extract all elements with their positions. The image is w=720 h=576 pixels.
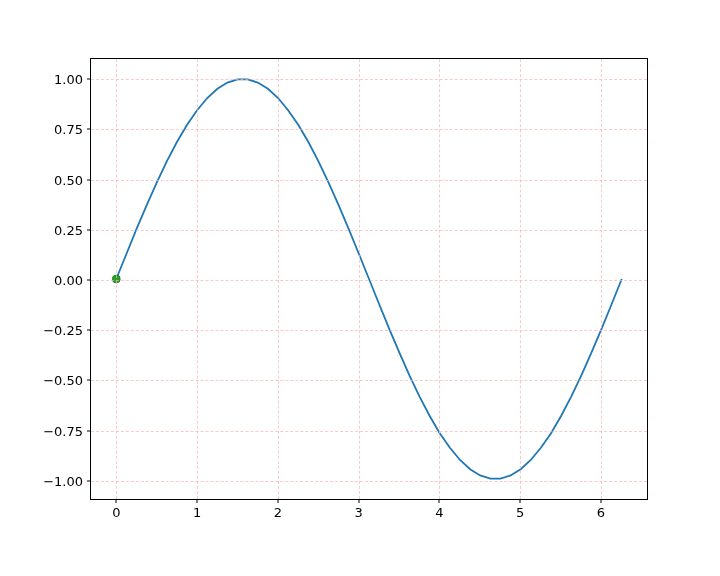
- grid-horizontal: [91, 180, 647, 181]
- ytick-label: 0.00: [54, 273, 83, 288]
- grid-horizontal: [91, 481, 647, 482]
- xtick-mark: [358, 499, 359, 503]
- xtick-label: 5: [516, 505, 524, 520]
- xtick-label: 2: [274, 505, 282, 520]
- ytick-mark: [87, 380, 91, 381]
- ytick-label: 0.75: [54, 122, 83, 137]
- ytick-mark: [87, 229, 91, 230]
- grid-vertical: [359, 59, 360, 499]
- grid-horizontal: [91, 79, 647, 80]
- figure: 0123456−1.00−0.75−0.50−0.250.000.250.500…: [0, 0, 720, 576]
- ytick-mark: [87, 430, 91, 431]
- ytick-mark: [87, 480, 91, 481]
- ytick-mark: [87, 79, 91, 80]
- xtick-mark: [116, 499, 117, 503]
- grid-horizontal: [91, 129, 647, 130]
- xtick-label: 3: [354, 505, 362, 520]
- ytick-mark: [87, 330, 91, 331]
- xtick-mark: [197, 499, 198, 503]
- ytick-label: −1.00: [43, 473, 83, 488]
- grid-horizontal: [91, 431, 647, 432]
- axes: 0123456−1.00−0.75−0.50−0.250.000.250.500…: [90, 58, 648, 500]
- grid-horizontal: [91, 230, 647, 231]
- xtick-mark: [439, 499, 440, 503]
- grid-vertical: [278, 59, 279, 499]
- ytick-label: −0.75: [43, 423, 83, 438]
- ytick-mark: [87, 179, 91, 180]
- ytick-mark: [87, 129, 91, 130]
- series-sin: [116, 79, 621, 478]
- xtick-label: 0: [112, 505, 120, 520]
- grid-horizontal: [91, 280, 647, 281]
- grid-vertical: [116, 59, 117, 499]
- plot-area: [91, 59, 647, 499]
- xtick-label: 1: [193, 505, 201, 520]
- grid-horizontal: [91, 380, 647, 381]
- grid-horizontal: [91, 330, 647, 331]
- grid-vertical: [520, 59, 521, 499]
- xtick-label: 6: [597, 505, 605, 520]
- xtick-mark: [520, 499, 521, 503]
- grid-vertical: [601, 59, 602, 499]
- xtick-mark: [600, 499, 601, 503]
- ytick-mark: [87, 280, 91, 281]
- xtick-label: 4: [435, 505, 443, 520]
- ytick-label: 0.50: [54, 172, 83, 187]
- ytick-label: 0.25: [54, 222, 83, 237]
- ytick-label: 1.00: [54, 72, 83, 87]
- ytick-label: −0.25: [43, 323, 83, 338]
- ytick-label: −0.50: [43, 373, 83, 388]
- xtick-mark: [277, 499, 278, 503]
- grid-vertical: [439, 59, 440, 499]
- grid-vertical: [197, 59, 198, 499]
